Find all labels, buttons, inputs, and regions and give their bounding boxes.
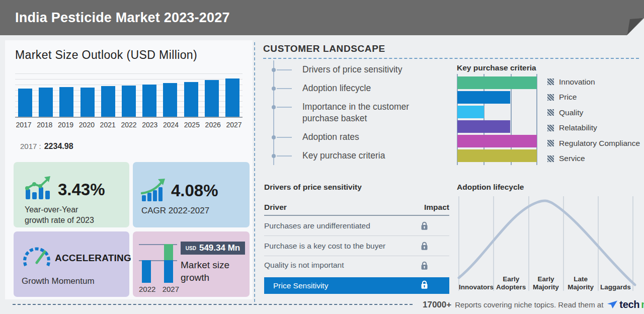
- market-bar-2022: [122, 86, 136, 117]
- col-impact: Impact: [424, 203, 449, 212]
- yoy-growth-card: 3.43% Year-over-Year growth rate of 2023: [14, 162, 129, 227]
- market-bar-2025: [184, 82, 198, 117]
- drivers-table-header: Driver Impact: [264, 203, 449, 216]
- market-year-label: 2019: [57, 121, 74, 129]
- market-2017-note: 2017 :2234.98: [20, 142, 73, 151]
- market-bar-2023: [142, 85, 156, 117]
- cagr-card: 4.08% CAGR 2022-2027: [133, 162, 250, 227]
- kpc-legend-item: Relatability: [547, 122, 640, 134]
- market-year-label: 2021: [99, 121, 116, 129]
- market-year-label: 2025: [183, 121, 200, 129]
- driver-text: Purchase is a key cost to the buyer: [264, 242, 385, 251]
- kpc-title: Key purchase criteria: [457, 63, 536, 72]
- report-count: 17000+: [423, 300, 451, 310]
- driver-row: Quality is not important: [264, 256, 449, 274]
- growth-mini-chart: [139, 243, 179, 285]
- legend-swatch-icon: [547, 78, 554, 85]
- growth-bar-2022: [142, 260, 151, 283]
- price-sensitivity-row: Price Sensitivity: [264, 277, 449, 294]
- lifecycle-stage-label: Innovators: [459, 283, 494, 291]
- col-driver: Driver: [264, 203, 287, 212]
- driver-row: Purchases are undifferentiated: [264, 216, 449, 236]
- lifecycle-stage-label: Laggards: [598, 283, 633, 291]
- market-year-label: 2027: [225, 121, 243, 129]
- header-bar: India Pesticide Market 2023-2027: [0, 0, 644, 35]
- market-bar-2021: [101, 86, 115, 117]
- footer: 17000+ Reports covering niche topics. Re…: [423, 299, 644, 310]
- kpc-bar-service: [457, 149, 537, 162]
- landscape-item: Adoption lifecycle: [274, 79, 444, 98]
- market-size-growth-card: 2022 2027 USD 549.34 Mn Market size grow…: [133, 231, 250, 297]
- market-year-label: 2020: [78, 121, 95, 129]
- highlight-lock: [421, 280, 449, 291]
- lock-icon: [421, 221, 428, 230]
- landscape-item: Drivers of price sensitivity: [274, 60, 444, 79]
- kpc-legend-item: Innovation: [547, 75, 640, 88]
- kpc-bar-price: [457, 91, 510, 104]
- market-bar-2019: [59, 87, 73, 117]
- growth-bar-2027: [164, 260, 173, 283]
- driver-text: Purchases are undifferentiated: [264, 221, 370, 230]
- yoy-label: Year-over-Year growth rate of 2023: [25, 204, 94, 225]
- market-bar-2018: [39, 88, 53, 117]
- market-year-label: 2022: [120, 121, 137, 129]
- market-bar-2020: [80, 88, 95, 117]
- highlight-label: Price Sensitivity: [273, 281, 328, 290]
- kpc-legend-item: Quality: [547, 106, 640, 119]
- growth-bar-2027-delta: [164, 244, 173, 260]
- kpc-legend: InnovationPriceQualityRelatabilityRegula…: [547, 75, 640, 168]
- momentum-value: ACCELERATING: [55, 253, 131, 264]
- landscape-list: Drivers of price sensitivityAdoption lif…: [273, 60, 444, 165]
- lifecycle-stage-label: EarlyAdopters: [494, 275, 528, 291]
- price-sensitivity-block: Drivers of price sensitivity Driver Impa…: [264, 183, 449, 294]
- kpc-bar-quality: [457, 106, 484, 118]
- lifecycle-stage-label: EarlyMajority: [528, 275, 563, 291]
- momentum-label: Growth Momentum: [22, 276, 95, 286]
- customer-landscape-title: CUSTOMER LANDSCAPE: [263, 43, 639, 59]
- driver-text: Quality is not important: [264, 261, 344, 270]
- market-size-years: 2017201820192020202120222023202420252026…: [15, 121, 243, 129]
- landscape-item: Importance in the customer purchase bask…: [274, 98, 444, 128]
- kpc-legend-item: Price: [547, 91, 640, 104]
- bar-trend-icon: [24, 175, 53, 199]
- vertical-divider: [254, 42, 255, 302]
- market-bar-2027: [225, 78, 239, 117]
- infographic-page: India Pesticide Market 2023-2027 Market …: [0, 0, 644, 314]
- growth-label: Market size growth: [181, 259, 229, 284]
- footer-divider: [13, 304, 413, 305]
- kpc-bar-innovation: [457, 76, 537, 89]
- landscape-item: Key purchase criteria: [274, 146, 444, 165]
- growth-arrow-icon: [141, 178, 167, 201]
- lifecycle-title: Adoption lifecycle: [457, 183, 524, 192]
- technavio-arrow-icon: [607, 300, 618, 309]
- kpc-legend-item: Service: [547, 152, 640, 165]
- growth-years: 2022 2027: [139, 285, 179, 293]
- legend-swatch-icon: [547, 125, 554, 131]
- lock-icon: [421, 261, 428, 270]
- market-year-label: 2018: [36, 121, 53, 129]
- market-bar-2017: [18, 89, 32, 117]
- drivers-title: Drivers of price sensitivity: [264, 183, 449, 192]
- growth-amount-badge: USD 549.34 Mn: [181, 242, 245, 255]
- driver-row: Purchase is a key cost to the buyer: [264, 236, 449, 256]
- legend-swatch-icon: [547, 140, 554, 146]
- kpc-plot: [457, 75, 537, 163]
- lock-icon: [421, 280, 428, 289]
- growth-momentum-card: ACCELERATING Growth Momentum: [14, 231, 129, 297]
- note-value: 2234.98: [44, 142, 73, 150]
- footer-text: Reports covering niche topics. Read them…: [455, 300, 603, 309]
- speedometer-icon: [22, 244, 52, 269]
- market-bar-2026: [205, 80, 219, 117]
- lifecycle-stage-label: LateMajority: [564, 275, 598, 291]
- lifecycle-chart: InnovatorsEarlyAdoptersEarlyMajorityLate…: [457, 195, 639, 294]
- technavio-logo[interactable]: technavio™: [607, 299, 644, 310]
- landscape-item: Adoption rates: [274, 128, 444, 146]
- market-bar-2024: [163, 83, 177, 117]
- market-year-label: 2026: [204, 121, 221, 129]
- market-outlook-title: Market Size Outlook (USD Million): [15, 48, 197, 62]
- kpc-bar-regulatory-compliance: [457, 135, 537, 147]
- kpc-legend-item: Regulatory Compliance: [547, 137, 640, 149]
- legend-swatch-icon: [547, 109, 554, 116]
- legend-swatch-icon: [547, 94, 554, 101]
- market-size-plot: [15, 73, 243, 118]
